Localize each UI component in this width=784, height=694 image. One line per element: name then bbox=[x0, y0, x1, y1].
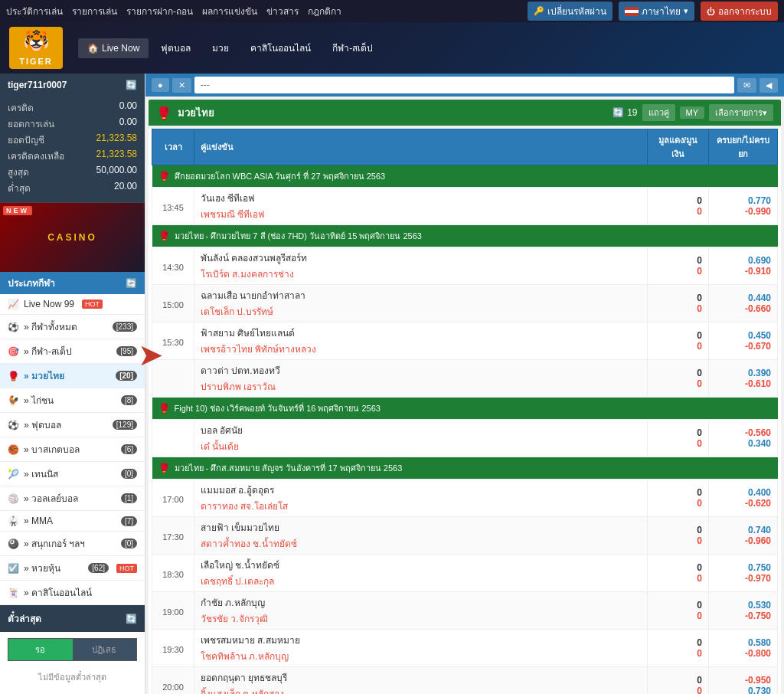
away-hdp[interactable]: -0.990 bbox=[715, 206, 771, 217]
match-teams[interactable]: แมมมอส อ.อู้ดอุดรดาราทอง สจ.โอเล่ยโส bbox=[194, 480, 648, 517]
match-odds[interactable]: 00 bbox=[648, 322, 709, 360]
home-odds[interactable]: 0 bbox=[654, 525, 702, 535]
home-odds[interactable]: 0 bbox=[654, 637, 702, 648]
home-odds[interactable]: 0 bbox=[654, 675, 702, 686]
away-odds[interactable]: 0 bbox=[654, 378, 702, 389]
select-list-button[interactable]: เลือกรายการ▾ bbox=[709, 104, 773, 121]
menu-sports-step[interactable]: 🎯 » กีฬา-สเต็ป [95] bbox=[0, 339, 145, 364]
logout-button[interactable]: ⏻ ออกจากระบบ bbox=[701, 2, 778, 21]
nav-play-list[interactable]: รายการเล่น bbox=[72, 4, 117, 18]
away-hdp[interactable]: -0.660 bbox=[715, 303, 771, 314]
home-hdp[interactable]: 0.580 bbox=[715, 637, 771, 648]
match-teams[interactable]: เลือใหญ่ ช.น้ำทยัดซ์เดชฤทธิ์ ป.เตละกุล bbox=[194, 555, 648, 592]
language-button[interactable]: ภาษาไทย ▾ bbox=[619, 2, 694, 21]
match-hdp[interactable]: 0.690-0.910 bbox=[709, 247, 778, 285]
match-hdp[interactable]: 0.390-0.610 bbox=[709, 360, 778, 398]
match-hdp[interactable]: 0.400-0.620 bbox=[709, 480, 778, 517]
region-button[interactable]: MY bbox=[680, 106, 705, 119]
away-odds[interactable]: 0 bbox=[654, 438, 702, 449]
menu-cockfight[interactable]: 🐓 » ไก่ชน [8] bbox=[0, 388, 145, 413]
menu-volleyball[interactable]: 🏐 » วอลเลย์บอล [1] bbox=[0, 486, 145, 511]
away-odds[interactable]: 0 bbox=[654, 206, 702, 217]
tickets-refresh-icon[interactable]: 🔄 bbox=[126, 614, 137, 624]
away-odds[interactable]: 0 bbox=[654, 611, 702, 621]
match-teams[interactable]: ดาวต่า ปตท.ทองทวีปราบพิภพ เอราวัณ bbox=[194, 360, 648, 398]
menu-casino-online[interactable]: 🃏 » คาสิโนออนไลน์ bbox=[0, 581, 145, 605]
match-hdp[interactable]: 0.770-0.990 bbox=[709, 188, 778, 225]
home-odds[interactable]: 0 bbox=[654, 293, 702, 303]
away-hdp[interactable]: -0.670 bbox=[715, 341, 771, 352]
nav-deposit[interactable]: รายการฝาก-ถอน bbox=[126, 4, 193, 18]
match-odds[interactable]: 00 bbox=[648, 630, 709, 667]
match-odds[interactable]: 00 bbox=[648, 420, 709, 457]
match-teams[interactable]: กำชัย ภ.หลักบุญวัชรชัย ว.จักรวุฒิ bbox=[194, 592, 648, 630]
away-hdp[interactable]: 0.340 bbox=[715, 438, 771, 449]
user-refresh-button[interactable]: 🔄 bbox=[126, 80, 137, 90]
away-hdp[interactable]: 0.730 bbox=[715, 686, 771, 694]
home-odds[interactable]: 0 bbox=[654, 427, 702, 438]
menu-football[interactable]: ⚽ » ฟุตบอล [129] bbox=[0, 413, 145, 437]
match-hdp[interactable]: -0.5600.340 bbox=[709, 420, 778, 457]
match-hdp[interactable]: 0.740-0.960 bbox=[709, 517, 778, 555]
away-hdp[interactable]: -0.960 bbox=[715, 535, 771, 546]
menu-mma[interactable]: 🥋 » MMA [7] bbox=[0, 511, 145, 532]
home-hdp[interactable]: 0.770 bbox=[715, 195, 771, 206]
match-odds[interactable]: 00 bbox=[648, 247, 709, 285]
match-teams[interactable]: ยอดกฤนุดา ยุทธชลบุรีกิ้งแสงเล็ก ต.หลักสอ… bbox=[194, 667, 648, 695]
away-hdp[interactable]: -0.910 bbox=[715, 266, 771, 277]
away-odds[interactable]: 0 bbox=[654, 686, 702, 694]
away-odds[interactable]: 0 bbox=[654, 535, 702, 546]
away-odds[interactable]: 0 bbox=[654, 498, 702, 509]
match-hdp[interactable]: 0.530-0.750 bbox=[709, 592, 778, 630]
away-hdp[interactable]: -0.800 bbox=[715, 648, 771, 659]
dot-button[interactable]: ● bbox=[152, 78, 169, 92]
match-teams[interactable]: ฉลามเสือ นายกอำท่าสาลาเดโชเล็ก ป.บรรัทษ์ bbox=[194, 285, 648, 322]
match-teams[interactable]: บอล อัศนัยเด๋ นั้นเด้ย bbox=[194, 420, 648, 457]
away-odds[interactable]: 0 bbox=[654, 341, 702, 352]
away-odds[interactable]: 0 bbox=[654, 648, 702, 659]
home-hdp[interactable]: -0.560 bbox=[715, 427, 771, 438]
casino-banner[interactable]: CASINO bbox=[0, 203, 145, 272]
menu-muay-thai[interactable]: 🥊 » มวยไทย [20] bbox=[0, 364, 145, 388]
match-odds[interactable]: 00 bbox=[648, 188, 709, 225]
match-hdp[interactable]: 0.580-0.800 bbox=[709, 630, 778, 667]
away-odds[interactable]: 0 bbox=[654, 573, 702, 584]
home-hdp[interactable]: 0.740 bbox=[715, 525, 771, 535]
nav-news[interactable]: ข่าวสาร bbox=[266, 4, 299, 18]
nav-rules[interactable]: กฎกติกา bbox=[308, 4, 341, 18]
view-toggle-button[interactable]: แถวคู่ bbox=[642, 104, 675, 121]
menu-tennis[interactable]: 🎾 » เทนนิส [0] bbox=[0, 462, 145, 486]
close-button[interactable]: ✕ bbox=[172, 78, 191, 93]
ticket-tab-pending[interactable]: รอ bbox=[8, 639, 73, 660]
away-hdp[interactable]: -0.620 bbox=[715, 498, 771, 509]
home-odds[interactable]: 0 bbox=[654, 600, 702, 611]
home-odds[interactable]: 0 bbox=[654, 330, 702, 341]
match-odds[interactable]: 00 bbox=[648, 555, 709, 592]
match-hdp[interactable]: -0.9500.730 bbox=[709, 667, 778, 695]
match-odds[interactable]: 00 bbox=[648, 285, 709, 322]
home-hdp[interactable]: 0.530 bbox=[715, 600, 771, 611]
match-odds[interactable]: 00 bbox=[648, 480, 709, 517]
nav-history[interactable]: ประวัติการเล่น bbox=[6, 4, 63, 18]
ticket-tab-rejected[interactable]: ปฏิเสธ bbox=[73, 639, 137, 660]
away-odds[interactable]: 0 bbox=[654, 266, 702, 277]
nav-results[interactable]: ผลการแข่งขัน bbox=[202, 4, 257, 18]
nav-sports-step[interactable]: กีฬา-สเต็ป bbox=[323, 36, 382, 60]
home-hdp[interactable]: 0.440 bbox=[715, 293, 771, 303]
refresh-icon[interactable]: 🔄 bbox=[612, 107, 624, 118]
match-hdp[interactable]: 0.750-0.970 bbox=[709, 555, 778, 592]
nav-live-now[interactable]: 🏠 Live Now bbox=[78, 38, 149, 58]
menu-all-sports[interactable]: ⚽ » กีฬาทั้งหมด [233] bbox=[0, 315, 145, 339]
match-teams[interactable]: พันลังน์ คลองสวนพลูรีสอร์ทโรเบิร์ต ส.มงค… bbox=[194, 247, 648, 285]
menu-basketball[interactable]: 🏀 » บาสเกตบอล [6] bbox=[0, 437, 145, 462]
home-hdp[interactable]: 0.690 bbox=[715, 255, 771, 266]
menu-live-now[interactable]: 📈 Live Now 99 HOT bbox=[0, 294, 145, 315]
match-teams[interactable]: เพชรสมหมาย ส.สมหมายโชคทิพล้าน ภ.หลักบุญ bbox=[194, 630, 648, 667]
home-odds[interactable]: 0 bbox=[654, 562, 702, 573]
section-refresh-icon[interactable]: 🔄 bbox=[126, 278, 137, 289]
match-odds[interactable]: 00 bbox=[648, 592, 709, 630]
match-teams[interactable]: สายฟ้า เข็มมวยไทยสดาวค้ำทอง ช.น้ำทยัดซ์ bbox=[194, 517, 648, 555]
nav-casino[interactable]: คาสิโนออนไลน์ bbox=[241, 36, 320, 60]
home-hdp[interactable]: 0.400 bbox=[715, 487, 771, 498]
home-odds[interactable]: 0 bbox=[654, 195, 702, 206]
